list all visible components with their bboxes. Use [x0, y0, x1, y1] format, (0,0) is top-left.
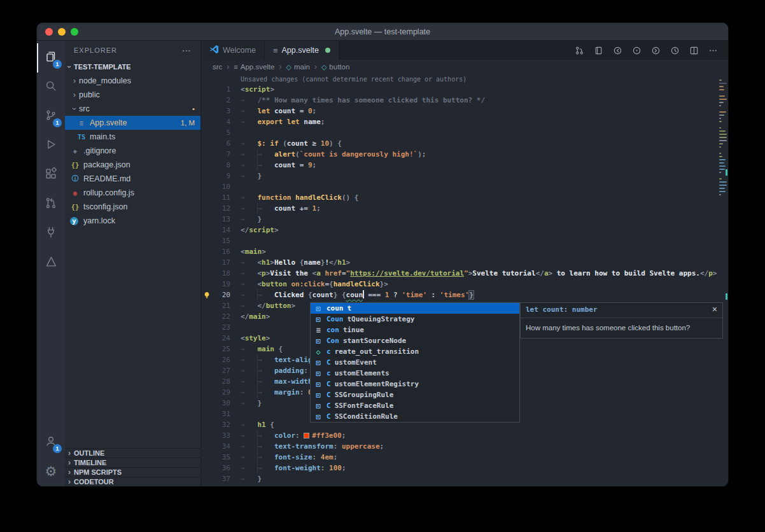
line-number[interactable]: 6	[213, 138, 230, 149]
zoom-window-button[interactable]	[71, 28, 78, 36]
file-tsconfig-json[interactable]: {}tsconfig.json	[65, 200, 200, 214]
close-window-button[interactable]	[45, 28, 53, 36]
folder-src[interactable]: ›src•	[65, 102, 200, 116]
code-line[interactable]: 11→function handleClick() {	[201, 192, 718, 203]
code-line[interactable]: 19→<button on:click={handleClick}>	[201, 279, 718, 290]
file-gitignore[interactable]: ◆.gitignore	[65, 144, 200, 158]
line-number[interactable]: 12	[213, 203, 230, 214]
file-readme-md[interactable]: ⓘREADME.md	[65, 172, 200, 186]
line-number[interactable]: 18	[213, 268, 230, 279]
line-number[interactable]: 26	[213, 354, 230, 365]
suggest-item-count[interactable]: ⊡count	[311, 303, 519, 314]
suggest-item-constantsourcenode[interactable]: ⊡ConstantSourceNode	[311, 335, 519, 346]
suggest-item-cssconditionrule[interactable]: ⊡CSSConditionRule	[311, 411, 519, 422]
suggest-item-customelementregistry[interactable]: ⊡CustomElementRegistry	[311, 379, 519, 389]
line-number[interactable]: 13	[213, 214, 230, 225]
code-line[interactable]: 16<main>	[201, 246, 718, 257]
code-line[interactable]: 5	[201, 127, 718, 138]
source-control-button[interactable]: 1	[37, 102, 65, 131]
notebook-icon[interactable]	[590, 42, 607, 59]
line-number[interactable]: 16	[213, 246, 230, 257]
code-line[interactable]: 34→→text-transform: uppercase;	[201, 441, 718, 452]
lightbulb-icon[interactable]	[201, 290, 213, 300]
suggest-item-customelements[interactable]: ⊡customElements	[311, 368, 519, 379]
line-number[interactable]: 28	[213, 376, 230, 387]
folder-node-modules[interactable]: ›node_modules	[65, 74, 200, 88]
line-number[interactable]: 36	[213, 463, 230, 473]
code-line[interactable]: 10	[201, 181, 718, 192]
line-number[interactable]: 1	[213, 84, 230, 95]
code-line[interactable]: 20→→Clicked {count} {coun === 1 ? 'time'…	[201, 290, 718, 300]
line-number[interactable]: 21	[213, 300, 230, 311]
line-number[interactable]: 30	[213, 398, 230, 409]
git-pr-icon[interactable]	[571, 42, 588, 59]
panel-outline[interactable]: ›OUTLINE	[65, 448, 200, 458]
code-line[interactable]: 14</script>	[201, 225, 718, 235]
folder-public[interactable]: ›public	[65, 88, 200, 102]
code-line[interactable]: 1<script>	[201, 84, 718, 95]
code-line[interactable]: 4→export let name;	[201, 116, 718, 127]
breadcrumb-item-button[interactable]: ◇button	[321, 63, 349, 71]
history-icon[interactable]	[666, 42, 684, 59]
panel-npm-scripts[interactable]: ›NPM SCRIPTS	[65, 467, 200, 477]
line-number[interactable]: 23	[213, 322, 230, 333]
more-actions-icon[interactable]: ⋯	[182, 45, 192, 55]
line-number[interactable]: 19	[213, 279, 230, 290]
line-number[interactable]: 29	[213, 387, 230, 398]
code-line[interactable]: 8→→count = 9;	[201, 160, 718, 171]
line-number[interactable]: 15	[213, 235, 230, 246]
line-number[interactable]: 31	[213, 409, 230, 419]
suggest-item-countqueuingstrategy[interactable]: ⊡CountQueuingStrategy	[311, 314, 519, 325]
suggest-item-cssfontfacerule[interactable]: ⊡CSSFontFaceRule	[311, 400, 519, 411]
account-button[interactable]: 1	[37, 428, 65, 457]
remote-button[interactable]	[37, 219, 65, 248]
line-number[interactable]: 8	[213, 160, 230, 171]
split-editor-icon[interactable]	[685, 42, 703, 59]
navigate-forward-icon[interactable]	[647, 42, 664, 59]
azure-button[interactable]	[37, 248, 65, 277]
search-button[interactable]	[37, 73, 65, 102]
github-button[interactable]	[37, 190, 65, 219]
more-actions-icon[interactable]	[705, 42, 722, 59]
panel-timeline[interactable]: ›TIMELINE	[65, 458, 200, 467]
line-number[interactable]: 2	[213, 95, 230, 106]
line-number[interactable]: 9	[213, 171, 230, 181]
breadcrumb-item-app-svelte[interactable]: ≡App.svelte	[234, 63, 274, 71]
code-area[interactable]: Unsaved changes (cannot determine recent…	[201, 74, 718, 486]
file-yarn-lock[interactable]: yyarn.lock	[65, 214, 200, 228]
code-line[interactable]: 35→→font-size: 4em;	[201, 452, 718, 463]
line-number[interactable]: 3	[213, 106, 230, 116]
panel-codetour[interactable]: ›CODETOUR	[65, 477, 200, 486]
line-number[interactable]: 17	[213, 257, 230, 268]
line-number[interactable]: 34	[213, 441, 230, 452]
line-number[interactable]: 37	[213, 473, 230, 484]
settings-button[interactable]: ⚙	[37, 457, 65, 486]
file-package-json[interactable]: {}package.json	[65, 158, 200, 172]
tab-app-svelte[interactable]: ≡App.svelte	[265, 41, 339, 60]
code-line[interactable]: 33→→color: #ff3e00;	[201, 430, 718, 441]
code-line[interactable]: 37→}	[201, 473, 718, 484]
line-number[interactable]: 5	[213, 127, 230, 138]
code-line[interactable]: 18→<p>Visit the <a href="https://svelte.…	[201, 268, 718, 279]
navigate-back-icon[interactable]	[609, 42, 626, 59]
breadcrumb-item-src[interactable]: src	[213, 63, 222, 71]
code-line[interactable]: 9→}	[201, 171, 718, 181]
line-number[interactable]: 33	[213, 430, 230, 441]
explorer-section-header[interactable]: › TEST-TEMPLATE	[65, 60, 200, 74]
line-number[interactable]: 27	[213, 365, 230, 376]
line-number[interactable]: 11	[213, 192, 230, 203]
line-number[interactable]: 24	[213, 333, 230, 344]
explorer-button[interactable]: 1	[37, 43, 65, 73]
code-line[interactable]: 6→$: if (count ≥ 10) {	[201, 138, 718, 149]
file-app-svelte[interactable]: ≡App.svelte1, M	[65, 116, 200, 130]
suggest-item-customevent[interactable]: ⊡CustomEvent	[311, 357, 519, 368]
line-number[interactable]: 4	[213, 116, 230, 127]
line-number[interactable]: 32	[213, 419, 230, 430]
extensions-button[interactable]	[37, 160, 65, 190]
close-icon[interactable]: ×	[712, 305, 717, 313]
suggest-item-create-out-transition[interactable]: ◇create_out_transition	[311, 346, 519, 357]
suggest-item-continue[interactable]: ≡continue	[311, 325, 519, 335]
run-debug-button[interactable]	[37, 131, 65, 160]
code-line[interactable]: 15	[201, 235, 718, 246]
code-line[interactable]: 12→→count += 1;	[201, 203, 718, 214]
